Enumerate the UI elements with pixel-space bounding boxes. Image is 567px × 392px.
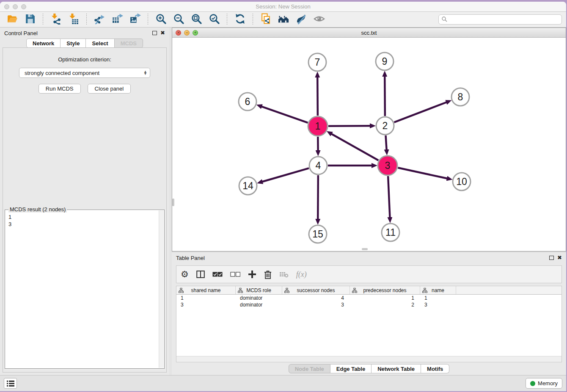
- column-label: successor nodes: [297, 287, 335, 293]
- open-session-button[interactable]: [4, 13, 20, 26]
- graph-edge-1-2[interactable]: [328, 126, 370, 126]
- toolbar-separator: [227, 14, 227, 25]
- eye-icon: [314, 13, 325, 26]
- criterion-select[interactable]: strongly connected component ▲▼: [19, 68, 150, 78]
- column-header-MCDS-role[interactable]: MCDS role: [236, 286, 282, 294]
- graph-edge-3-10[interactable]: [398, 168, 447, 178]
- search-input[interactable]: [449, 17, 559, 23]
- right-column: ✕ − + scc.txt 123: [172, 28, 566, 375]
- export-image-button[interactable]: [127, 13, 143, 26]
- tab-motifs[interactable]: Motifs: [421, 364, 449, 373]
- node-label-9: 9: [382, 56, 388, 67]
- table-body: 1dominator4113dominator323: [176, 295, 561, 356]
- close-panel-button[interactable]: Close panel: [88, 84, 131, 94]
- show-columns-button[interactable]: [196, 271, 205, 278]
- canvas-horizontal-scroll-nub[interactable]: [362, 248, 368, 250]
- table-row[interactable]: 1dominator411: [176, 295, 561, 301]
- zoom-in-button[interactable]: [153, 13, 169, 26]
- graph-edge-4-15[interactable]: [318, 175, 318, 219]
- mcds-result-box: MCDS result (2 nodes) 1 3: [5, 210, 165, 369]
- tab-select[interactable]: Select: [86, 39, 114, 48]
- hide-selected-button[interactable]: [311, 13, 327, 26]
- task-history-button[interactable]: [4, 378, 17, 389]
- column-header-name[interactable]: name: [420, 286, 456, 294]
- deselect-all-button[interactable]: [230, 272, 240, 277]
- memory-button[interactable]: Memory: [526, 378, 562, 389]
- tab-node-table[interactable]: Node Table: [289, 364, 330, 373]
- table-panel-header: Table Panel ✖: [172, 252, 566, 263]
- create-column-button[interactable]: [248, 270, 256, 279]
- zoom-out-icon: [173, 13, 184, 26]
- graph-edge-1-6[interactable]: [261, 107, 308, 123]
- export-network-button[interactable]: [91, 13, 107, 26]
- table-row[interactable]: 3dominator323: [176, 301, 561, 308]
- table-cell[interactable]: 4: [282, 295, 350, 301]
- network-frame-title: scc.txt: [172, 30, 566, 36]
- canvas-vertical-scroll-nub[interactable]: [172, 199, 174, 206]
- checked-boxes-icon: [212, 272, 223, 277]
- run-mcds-button[interactable]: Run MCDS: [39, 84, 81, 94]
- fit-content-button[interactable]: [188, 13, 204, 26]
- tab-edge-table[interactable]: Edge Table: [330, 364, 372, 373]
- select-all-button[interactable]: [212, 272, 223, 277]
- graph-edge-2-8[interactable]: [394, 102, 446, 122]
- graph-edge-3-1[interactable]: [331, 134, 378, 160]
- table-horizontal-scrollbar[interactable]: [176, 356, 561, 362]
- column-header-successor-nodes[interactable]: successor nodes: [282, 286, 350, 294]
- network-frame: ✕ − + scc.txt 123: [172, 28, 566, 251]
- graph-edge-4-14[interactable]: [262, 168, 309, 182]
- table-cell[interactable]: 1: [350, 295, 420, 301]
- zoom-selected-icon: [209, 13, 220, 26]
- zoom-selected-button[interactable]: [206, 13, 222, 26]
- tab-network[interactable]: Network: [26, 39, 61, 48]
- export-table-button[interactable]: [109, 13, 125, 26]
- graph-edge-1-7[interactable]: [317, 77, 318, 116]
- tab-style[interactable]: Style: [61, 39, 86, 48]
- close-panel-icon[interactable]: ✖: [557, 256, 562, 260]
- import-table-button[interactable]: [66, 13, 82, 26]
- houses-icon: [278, 13, 289, 26]
- zoom-in-icon: [155, 13, 167, 26]
- import-network-button[interactable]: [48, 13, 64, 26]
- table-cell[interactable]: dominator: [236, 301, 282, 308]
- apply-layout-button[interactable]: [232, 13, 248, 26]
- memory-label: Memory: [538, 380, 558, 386]
- table-cell[interactable]: 2: [350, 301, 420, 308]
- screen: Session: New Session: [0, 0, 567, 392]
- network-canvas[interactable]: 1234678910111415: [172, 38, 566, 251]
- table-settings-button[interactable]: ⚙: [181, 270, 189, 279]
- table-cell[interactable]: 3: [282, 301, 350, 308]
- delete-column-button[interactable]: [264, 270, 272, 279]
- network-frame-titlebar: ✕ − + scc.txt: [172, 28, 566, 38]
- graph-edge-2-3[interactable]: [385, 135, 386, 150]
- tab-network-table[interactable]: Network Table: [372, 364, 421, 373]
- result-scrollbar[interactable]: [159, 210, 164, 368]
- first-neighbors-button[interactable]: [275, 13, 292, 26]
- column-header-shared-name[interactable]: shared name: [176, 286, 236, 294]
- graph-edge-3-11[interactable]: [388, 176, 390, 218]
- table-cell[interactable]: dominator: [236, 295, 282, 301]
- clone-network-button[interactable]: [258, 13, 274, 26]
- zoom-out-button[interactable]: [171, 13, 187, 26]
- column-header-predecessor-nodes[interactable]: predecessor nodes: [350, 286, 420, 294]
- float-panel-icon[interactable]: [152, 31, 157, 35]
- float-panel-icon[interactable]: [549, 256, 554, 260]
- node-label-4: 4: [316, 160, 321, 171]
- table-tabs: Node Table Edge Table Network Table Moti…: [172, 362, 566, 375]
- graph-edge-2-9[interactable]: [385, 76, 385, 116]
- table-cell[interactable]: 3: [176, 301, 236, 308]
- node-label-6: 6: [245, 96, 250, 107]
- tab-mcds[interactable]: MCDS: [115, 39, 143, 48]
- column-label: name: [432, 287, 444, 293]
- mcds-panel-body: Optimization criterion: strongly connect…: [3, 47, 167, 373]
- table-cell[interactable]: 1: [176, 295, 236, 301]
- table-cell[interactable]: 1: [420, 295, 456, 301]
- close-panel-icon[interactable]: ✖: [160, 31, 165, 35]
- save-session-button[interactable]: [22, 13, 38, 26]
- node-label-2: 2: [383, 120, 388, 131]
- table-cell[interactable]: 3: [420, 301, 456, 308]
- refresh-icon: [234, 13, 246, 26]
- import-network-icon: [50, 13, 62, 26]
- mcds-result-text[interactable]: 1 3: [5, 210, 164, 228]
- graphics-details-button[interactable]: [293, 13, 309, 26]
